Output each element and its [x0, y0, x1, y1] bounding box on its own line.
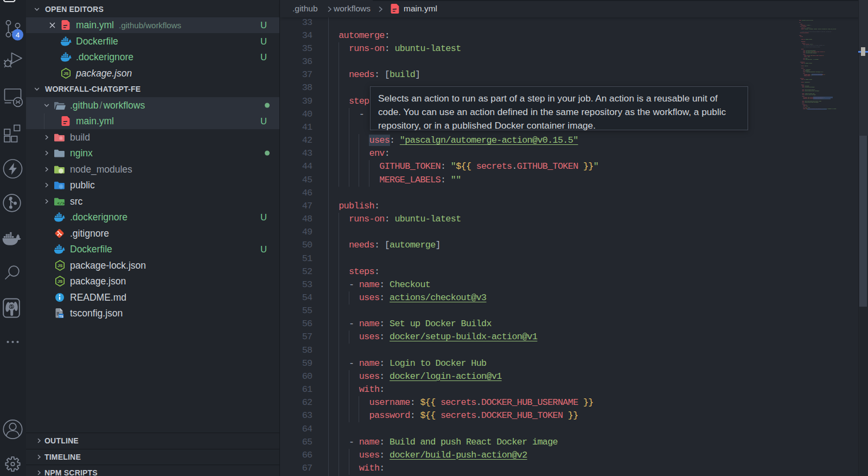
svg-text:</>: </> [57, 201, 65, 205]
svg-text:JS: JS [63, 71, 68, 76]
svg-text:JS: JS [58, 279, 62, 284]
svg-text:TS: TS [59, 314, 63, 318]
svg-text:JS: JS [58, 263, 62, 268]
svg-text:4: 4 [16, 31, 20, 39]
